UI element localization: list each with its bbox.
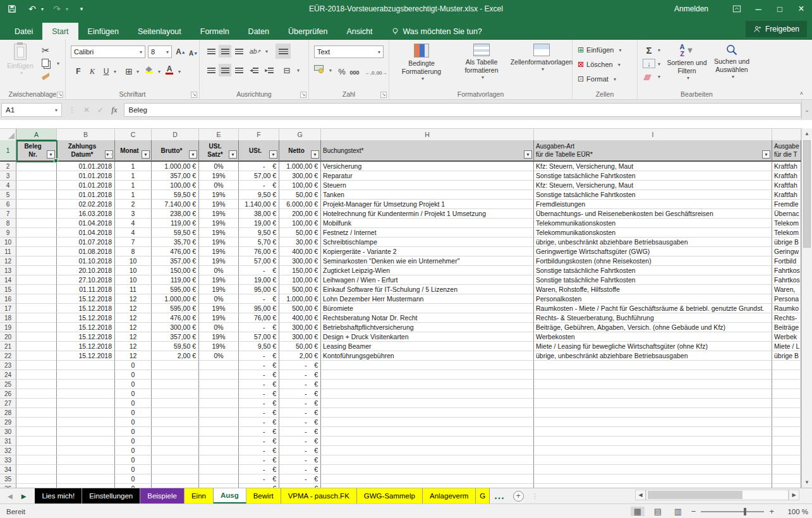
cell-brutto[interactable]: 476,00 € [152,313,199,323]
cell-beleg-nr[interactable] [16,418,57,427]
cell-datum[interactable]: 20.10.2018 [57,266,115,275]
cell-ust[interactable]: 19,00 € [239,275,279,285]
zoom-in-icon[interactable]: + [769,507,774,516]
cell-datum[interactable]: 15.12.2018 [57,304,115,313]
wrap-text-icon[interactable] [276,44,291,59]
ribbon-tab[interactable]: Daten [239,23,279,40]
cell-monat[interactable]: 12 [115,323,152,332]
cell-monat[interactable]: 3 [115,209,152,219]
column-header[interactable]: F [239,129,279,141]
tell-me-box[interactable]: Was möchten Sie tun? [382,23,491,40]
cell-netto[interactable]: 300,00 € [279,256,321,266]
cell-brutto[interactable] [152,465,199,474]
cell-ausgaben-art-2[interactable]: Waren, [772,285,801,294]
cell-netto[interactable]: - € [279,465,321,474]
cell-netto[interactable]: - € [279,389,321,399]
cell-monat[interactable]: 0 [115,427,152,437]
cell-ausgaben-art-2[interactable]: Geringw [772,247,801,256]
row-header[interactable]: 7 [0,209,16,219]
header-cell-zahlungsdatum[interactable]: ZahlungsDatum*▼↑ [57,140,115,162]
cell-ust-satz[interactable]: 0% [199,162,239,171]
row-header[interactable]: 4 [0,181,16,190]
cell-ausgaben-art[interactable] [534,380,772,389]
cell-ausgaben-art[interactable] [534,437,772,446]
row-header[interactable]: 21 [0,342,16,351]
scroll-right-icon[interactable]: ▶ [789,490,799,500]
row-header[interactable]: 16 [0,294,16,304]
format-as-table-button[interactable]: Als Tabelle formatieren▾ [452,44,511,81]
cell-ust-satz[interactable] [199,389,239,399]
cell-ust-satz[interactable]: 19% [199,171,239,181]
cell-datum[interactable] [57,446,115,455]
cell-ust[interactable]: 19,00 € [239,219,279,228]
cell-styles-button[interactable]: Zellenformatvorlagen▾ [512,44,571,73]
sheet-tab[interactable]: Einstellungen [82,488,140,503]
header-cell-netto[interactable]: Netto▼ [279,140,321,162]
row-header[interactable]: 35 [0,474,16,484]
filter-icon[interactable]: ▼ [189,150,197,159]
font-color-icon[interactable]: A [166,64,173,75]
cell-beleg-nr[interactable] [16,294,57,304]
cell-brutto[interactable]: 59,50 € [152,342,199,351]
cell-ust[interactable]: - € [239,294,279,304]
cell-datum[interactable] [57,437,115,446]
cell-ust[interactable]: - € [239,418,279,427]
fill-color-icon[interactable] [145,66,153,73]
sheet-tab[interactable]: Beispiele [140,488,185,503]
cell-ust[interactable]: 57,00 € [239,332,279,342]
normal-view-icon[interactable]: ▦ [631,507,645,516]
cell-brutto[interactable]: 595,00 € [152,285,199,294]
cell-ust-satz[interactable]: 0% [199,351,239,361]
more-sheets-indicator[interactable]: ... [490,488,509,503]
cell-monat[interactable]: 4 [115,219,152,228]
cell-brutto[interactable] [152,361,199,370]
delete-cells-button[interactable]: ⊠Löschen▾ [578,60,621,69]
row-header[interactable]: 5 [0,190,16,200]
vertical-scrollbar[interactable]: ▲ ▼ [801,128,812,488]
cell-buchungstext[interactable] [321,380,534,389]
cell-monat[interactable]: 12 [115,332,152,342]
cell-beleg-nr[interactable] [16,219,57,228]
cell-ausgaben-art-2[interactable] [772,380,801,389]
cell-brutto[interactable]: 59,50 € [152,190,199,200]
cell-monat[interactable]: 1 [115,162,152,171]
format-painter-icon[interactable] [42,73,49,80]
cell-ausgaben-art-2[interactable]: übrige B [772,351,801,361]
scroll-left-icon[interactable]: ◀ [635,490,646,500]
cell-netto[interactable]: 100,00 € [279,219,321,228]
cell-beleg-nr[interactable] [16,351,57,361]
cell-beleg-nr[interactable] [16,190,57,200]
cell-beleg-nr[interactable] [16,275,57,285]
cell-datum[interactable] [57,418,115,427]
cell-datum[interactable] [57,465,115,474]
cell-brutto[interactable]: 595,00 € [152,304,199,313]
cell-ausgaben-art[interactable] [534,408,772,418]
cell-buchungstext[interactable] [321,370,534,380]
cell-monat[interactable]: 0 [115,361,152,370]
column-header[interactable]: B [57,129,115,141]
cell-monat[interactable]: 0 [115,370,152,380]
cell-ausgaben-art-2[interactable] [772,465,801,474]
cell-ust-satz[interactable]: 19% [199,209,239,219]
cell-datum[interactable]: 01.11.2018 [57,285,115,294]
cell-datum[interactable] [57,399,115,408]
filter-icon[interactable]: ▼ [524,150,532,159]
increase-decimal-icon[interactable]: ←,0 [363,66,376,79]
header-cell-ust[interactable]: USt.▼ [239,140,279,162]
cell-ust-satz[interactable]: 19% [199,342,239,351]
cell-beleg-nr[interactable] [16,455,57,465]
number-format-combo[interactable]: Text▾ [314,45,384,58]
maximize-button[interactable]: □ [769,0,791,18]
cell-ust[interactable]: - € [239,474,279,484]
sheet-tab[interactable]: Ausg [214,488,246,503]
expand-formula-bar-icon[interactable]: ⌄ [801,100,812,120]
cell-netto[interactable]: - € [279,370,321,380]
cell-brutto[interactable]: 1.000,00 € [152,294,199,304]
align-top-icon[interactable] [205,45,217,57]
row-header[interactable]: 31 [0,437,16,446]
cell-monat[interactable]: 8 [115,247,152,256]
cell-buchungstext[interactable] [321,408,534,418]
decrease-decimal-icon[interactable]: ,00→ [375,66,387,79]
cell-monat[interactable]: 10 [115,275,152,285]
cell-datum[interactable] [57,370,115,380]
